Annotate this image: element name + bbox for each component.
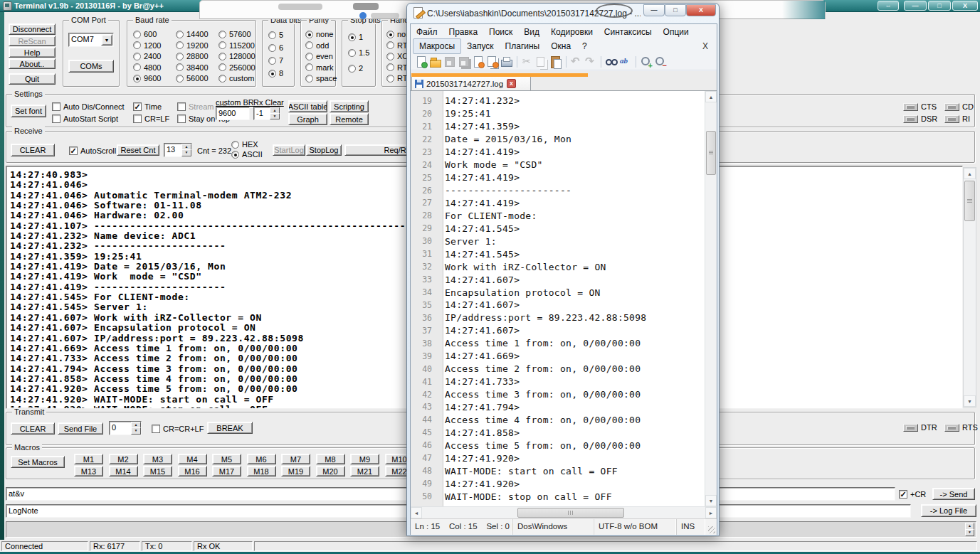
menu-item-5[interactable]: Кодировки: [545, 25, 599, 39]
close-all-icon[interactable]: [486, 55, 499, 68]
redo-icon[interactable]: [584, 55, 597, 68]
menu-item-1[interactable]: Файл: [411, 25, 443, 39]
npp-minimize-button[interactable]: —: [643, 4, 665, 16]
macro-button-m18[interactable]: M18: [247, 466, 276, 476]
custom-br-input[interactable]: 9600: [216, 107, 250, 120]
macro-button-m1[interactable]: M1: [74, 454, 103, 464]
zoom-in-icon[interactable]: [640, 55, 653, 68]
terminal-resize-button[interactable]: ⇔: [878, 1, 899, 11]
editor-area[interactable]: 1914:27:41.232>2019:25:412114:27:41.359>…: [411, 91, 705, 506]
spin-down-icon[interactable]: ▼: [270, 113, 280, 120]
macro-button-m7[interactable]: M7: [281, 454, 310, 464]
resize-grip[interactable]: [708, 526, 715, 533]
scroll-right-icon[interactable]: ►: [705, 507, 717, 518]
ascii-table-button[interactable]: ASCII table: [288, 100, 327, 112]
undo-icon[interactable]: [570, 55, 583, 68]
macro-button-m9[interactable]: M9: [350, 454, 379, 464]
radio-odd[interactable]: odd: [305, 41, 329, 50]
radio-256000[interactable]: 256000: [218, 63, 255, 73]
radio-28800[interactable]: 28800: [176, 51, 209, 61]
menu-item-4[interactable]: Окна: [545, 39, 576, 53]
new-file-icon[interactable]: [415, 55, 428, 68]
tab-log-file[interactable]: 20150317142727.log x: [411, 77, 531, 91]
send-file-button[interactable]: Send File: [58, 422, 103, 435]
menu-item-6[interactable]: Синтаксисы: [599, 25, 658, 39]
menu-item-2[interactable]: Запуск: [461, 39, 500, 53]
scrollbar-thumb[interactable]: [964, 181, 975, 221]
radio-5[interactable]: 5: [268, 30, 283, 40]
save-all-icon[interactable]: [458, 55, 470, 68]
autostart-script-checkbox[interactable]: AutoStart Script: [52, 114, 118, 124]
count-spinner[interactable]: 13 ▲ ▼: [164, 143, 192, 157]
print-icon[interactable]: [500, 55, 513, 68]
scroll-left-icon[interactable]: ◄: [411, 507, 422, 518]
menu-item-3[interactable]: Поиск: [483, 25, 518, 39]
macro-button-m8[interactable]: M8: [316, 454, 345, 464]
help-button[interactable]: Help: [9, 47, 56, 58]
scrollbar-thumb[interactable]: [517, 508, 624, 518]
radio-7[interactable]: 7: [268, 55, 283, 65]
com-port-select[interactable]: COM7 ▼: [68, 33, 114, 47]
find-icon[interactable]: [605, 55, 618, 68]
menu-item-2[interactable]: Правка: [443, 25, 484, 39]
macro-button-m2[interactable]: M2: [109, 454, 138, 464]
editor-hscrollbar[interactable]: ◄ ►: [411, 506, 717, 518]
set-macros-button[interactable]: Set Macros: [11, 456, 65, 468]
macro-button-m5[interactable]: M5: [212, 454, 241, 464]
macro-button-m19[interactable]: M19: [281, 466, 310, 476]
npp-close-button[interactable]: X: [686, 4, 716, 16]
radio-1[interactable]: 1: [348, 32, 363, 42]
menu-close-icon[interactable]: X: [702, 41, 708, 51]
cr-lf-checkbox[interactable]: CR=LF: [133, 114, 169, 124]
graph-button[interactable]: Graph: [288, 113, 327, 125]
menu-item-3[interactable]: Плагины: [500, 39, 546, 53]
scroll-down-icon[interactable]: ▼: [705, 495, 717, 506]
transmit-spinner[interactable]: 0 ▲ ▼: [109, 421, 142, 435]
spin-down-icon[interactable]: ▼: [965, 529, 974, 536]
macro-button-m16[interactable]: M16: [178, 466, 207, 476]
radio-600[interactable]: 600: [133, 29, 157, 39]
macro-button-m20[interactable]: M20: [316, 466, 345, 476]
about-button[interactable]: About..: [9, 58, 56, 69]
time-checkbox[interactable]: ✓Time: [133, 102, 162, 112]
receive-clear-button[interactable]: CLEAR: [11, 144, 55, 156]
radio-38400[interactable]: 38400: [176, 63, 209, 73]
scroll-up-icon[interactable]: ▲: [705, 91, 717, 102]
menu-item-4[interactable]: Вид: [518, 25, 545, 39]
reset-cnt-button[interactable]: Reset Cnt: [117, 144, 159, 156]
auto-disconnect-checkbox[interactable]: Auto Dis/Connect: [52, 102, 125, 112]
replace-icon[interactable]: [619, 55, 632, 68]
radio-2400[interactable]: 2400: [133, 51, 161, 61]
ascii-radio[interactable]: ASCII: [231, 149, 263, 159]
rescan-button[interactable]: ReScan: [9, 36, 56, 46]
scroll-up-icon[interactable]: ▲: [964, 168, 976, 179]
open-file-icon[interactable]: [429, 55, 442, 68]
radio-mark[interactable]: mark: [305, 63, 333, 73]
radio-115200[interactable]: 115200: [218, 41, 255, 50]
menu-item-1[interactable]: Макросы: [413, 38, 461, 54]
radio-2[interactable]: 2: [348, 63, 363, 73]
rx-clear-spinner[interactable]: -1 ▲ ▼: [253, 107, 280, 120]
radio-1200[interactable]: 1200: [133, 41, 161, 50]
radio-custom[interactable]: custom: [218, 73, 254, 83]
menu-item-5[interactable]: ?: [576, 39, 593, 53]
send-button[interactable]: -> Send: [932, 488, 975, 500]
break-button[interactable]: BREAK: [207, 422, 253, 434]
macro-button-m6[interactable]: M6: [247, 454, 276, 464]
stop-log-button[interactable]: StopLog: [306, 144, 342, 156]
start-log-button[interactable]: StartLog: [273, 144, 305, 156]
npp-titlebar[interactable]: C:\Users\iabashkin\Documents\20150317142…: [407, 4, 719, 23]
radio-space[interactable]: space: [305, 73, 337, 83]
zoom-out-icon[interactable]: [654, 55, 667, 68]
radio-even[interactable]: even: [305, 51, 333, 61]
radio-56000[interactable]: 56000: [176, 73, 209, 83]
radio-6[interactable]: 6: [268, 43, 283, 53]
chevron-down-icon[interactable]: ▼: [101, 34, 112, 46]
spin-down-icon[interactable]: ▼: [181, 149, 191, 156]
terminal-close-button[interactable]: X: [952, 1, 978, 11]
radio-1-5[interactable]: 1.5: [348, 48, 369, 58]
macro-button-m17[interactable]: M17: [212, 466, 241, 476]
radio-none[interactable]: none: [305, 29, 333, 39]
macro-button-m4[interactable]: M4: [178, 454, 207, 464]
remote-button[interactable]: Remote: [330, 113, 369, 125]
